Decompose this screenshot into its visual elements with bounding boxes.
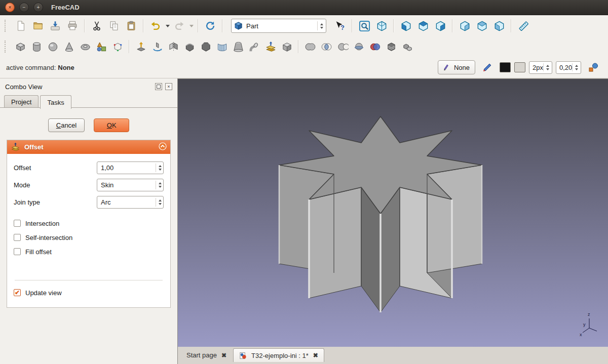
- titlebar: × − + FreeCAD: [0, 0, 608, 15]
- fill-offset-option[interactable]: ✔ Fill offset: [14, 245, 164, 259]
- redo-button[interactable]: [171, 18, 188, 34]
- part-shape-builder-button[interactable]: [109, 38, 126, 55]
- part-cut-button[interactable]: [334, 38, 351, 55]
- save-button[interactable]: [47, 18, 64, 34]
- fill-offset-checkbox[interactable]: ✔: [14, 248, 21, 255]
- part-mirror-button[interactable]: [165, 38, 181, 55]
- part-boolean-button[interactable]: [367, 38, 383, 55]
- offset-form: Offset 1,00 Mode Skin Join type Arc: [14, 161, 164, 209]
- rear-view-button[interactable]: [456, 18, 473, 34]
- doc-tab-start-page[interactable]: Start page ✖: [181, 348, 232, 362]
- print-button[interactable]: [64, 18, 81, 34]
- ok-button[interactable]: OK: [94, 118, 129, 132]
- part-extrude-button[interactable]: [133, 38, 149, 55]
- window-close-button[interactable]: ×: [5, 3, 15, 12]
- open-file-button[interactable]: [29, 18, 47, 34]
- autogroup-button[interactable]: [585, 59, 602, 75]
- close-panel-button[interactable]: ×: [165, 83, 172, 90]
- new-file-button[interactable]: [12, 18, 29, 34]
- part-box-button[interactable]: [12, 38, 28, 55]
- update-view-checkbox[interactable]: ✔: [14, 289, 21, 296]
- offset-star-solid[interactable]: [279, 116, 482, 312]
- part-ruled-surface-button[interactable]: [214, 38, 230, 55]
- draft-tray: None 2px 0,20: [438, 59, 602, 75]
- line-color-swatch[interactable]: [500, 62, 511, 72]
- front-view-button[interactable]: [397, 18, 414, 34]
- part-cone-button[interactable]: [61, 38, 77, 55]
- part-cross-sections-button[interactable]: [383, 38, 399, 55]
- close-tab-icon[interactable]: ✖: [313, 352, 318, 358]
- part-offset-button[interactable]: [262, 38, 279, 55]
- combo-view-tabs: Project Tasks: [0, 94, 177, 108]
- doc-tab-label: Start page: [186, 351, 217, 359]
- self-intersection-checkbox[interactable]: ✔: [14, 234, 21, 241]
- cut-button[interactable]: [88, 18, 105, 34]
- undo-history-dropdown[interactable]: [164, 18, 171, 34]
- part-cylinder-button[interactable]: [28, 38, 45, 55]
- fit-all-button[interactable]: [356, 18, 373, 34]
- undo-button[interactable]: [147, 18, 164, 34]
- paste-button[interactable]: [123, 18, 140, 34]
- face-color-swatch[interactable]: [514, 62, 525, 72]
- line-width-spinner[interactable]: 2px: [529, 61, 552, 74]
- part-loft-button[interactable]: [230, 38, 246, 55]
- part-revolve-button[interactable]: [149, 38, 165, 55]
- draft-style-button[interactable]: [479, 59, 496, 75]
- offset-value-input[interactable]: 1,00: [97, 161, 164, 174]
- refresh-button[interactable]: [202, 18, 219, 34]
- workbench-selector[interactable]: Part: [231, 19, 326, 33]
- right-view-button[interactable]: [432, 18, 449, 34]
- toolbar-handle[interactable]: [5, 20, 10, 32]
- mode-select[interactable]: Skin: [97, 179, 164, 191]
- text-scale-spinner[interactable]: 0,20: [556, 61, 581, 74]
- close-tab-icon[interactable]: ✖: [221, 352, 226, 358]
- sphere-icon: [47, 41, 59, 53]
- doc-tab-ejemplo[interactable]: T32-ejemplo-ini : 1* ✖: [233, 348, 324, 362]
- part-union-button[interactable]: [302, 38, 318, 55]
- bottom-view-button[interactable]: [473, 18, 490, 34]
- top-view-button[interactable]: [414, 18, 432, 34]
- update-view-option[interactable]: ✔ Update view: [14, 286, 164, 300]
- float-panel-button[interactable]: [155, 83, 162, 90]
- window-minimize-button[interactable]: −: [19, 3, 29, 12]
- freecad-document-icon: [239, 352, 247, 359]
- collapse-section-button[interactable]: [159, 142, 167, 152]
- tab-tasks[interactable]: Tasks: [40, 95, 71, 109]
- toolbar-handle[interactable]: [5, 41, 10, 53]
- intersection-checkbox[interactable]: ✔: [14, 220, 21, 227]
- cancel-button[interactable]: Cancel: [48, 118, 85, 132]
- tab-project[interactable]: Project: [4, 95, 39, 108]
- self-intersection-option[interactable]: ✔ Self-intersection: [14, 230, 164, 245]
- part-compound-button[interactable]: [399, 38, 415, 55]
- axonometric-view-button[interactable]: [373, 18, 390, 34]
- part-sphere-button[interactable]: [45, 38, 61, 55]
- toolbar-separator: [352, 19, 353, 32]
- paste-icon: [126, 20, 137, 31]
- open-folder-icon: [32, 20, 44, 31]
- offset-task-header[interactable]: Offset: [7, 140, 170, 154]
- part-primitives-button[interactable]: [93, 38, 109, 55]
- part-thickness-button[interactable]: [279, 38, 295, 55]
- part-sweep-button[interactable]: [246, 38, 262, 55]
- redo-history-dropdown[interactable]: [188, 18, 195, 34]
- join-type-field-label: Join type: [14, 198, 92, 206]
- float-panel-icon: [157, 85, 161, 89]
- toolbar-separator: [84, 19, 85, 32]
- layer-icon: [443, 64, 451, 71]
- copy-button[interactable]: [105, 18, 123, 34]
- part-fillet-button[interactable]: [181, 38, 198, 55]
- toolbar-separator: [511, 19, 512, 32]
- window-maximize-button[interactable]: +: [33, 3, 43, 12]
- layer-button[interactable]: None: [438, 60, 475, 74]
- part-common-button[interactable]: [318, 38, 334, 55]
- part-torus-button[interactable]: [77, 38, 93, 55]
- intersection-option[interactable]: ✔ Intersection: [14, 216, 164, 230]
- join-type-select[interactable]: Arc: [97, 196, 164, 209]
- 3d-view-canvas[interactable]: z y x: [178, 79, 607, 346]
- whats-this-button[interactable]: ?: [331, 18, 349, 34]
- 3d-viewport[interactable]: z y x: [177, 78, 608, 347]
- part-section-button[interactable]: [351, 38, 367, 55]
- left-view-button[interactable]: [490, 18, 508, 34]
- part-chamfer-button[interactable]: [198, 38, 214, 55]
- measure-button[interactable]: [515, 18, 532, 34]
